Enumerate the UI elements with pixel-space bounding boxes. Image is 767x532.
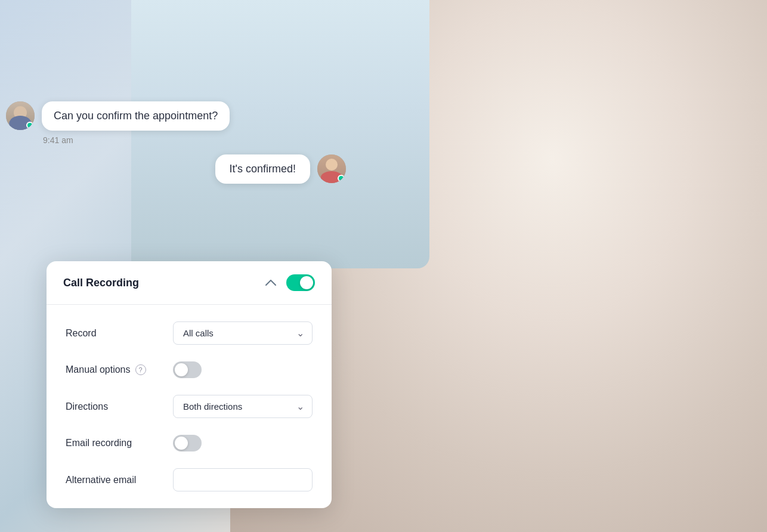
directions-select[interactable]: Both directions Inbound only Outbound on… <box>173 395 313 418</box>
message-timestamp: 9:41 am <box>43 135 382 145</box>
call-recording-toggle[interactable] <box>286 274 315 291</box>
outgoing-message-text: It's confirmed! <box>230 163 296 175</box>
email-recording-label: Email recording <box>66 438 173 449</box>
outgoing-bubble: It's confirmed! <box>215 154 310 184</box>
outgoing-message-row: It's confirmed! <box>0 154 346 184</box>
email-recording-control <box>173 435 313 451</box>
call-recording-panel: Call Recording Record All calls In <box>47 261 332 508</box>
record-control: All calls Inbound calls Outbound calls N… <box>173 321 313 345</box>
alternative-email-input[interactable] <box>173 468 313 491</box>
toggle-knob <box>300 276 313 289</box>
panel-header-controls <box>265 274 315 291</box>
chat-area: Can you confirm the appointment? 9:41 am… <box>0 101 382 184</box>
record-label: Record <box>66 328 173 339</box>
email-recording-toggle[interactable] <box>173 435 202 451</box>
manual-options-toggle[interactable] <box>173 361 202 378</box>
record-select-wrapper: All calls Inbound calls Outbound calls N… <box>173 321 313 345</box>
panel-header: Call Recording <box>47 261 332 305</box>
online-indicator <box>26 122 33 129</box>
email-toggle-knob <box>175 437 188 450</box>
directions-select-wrapper: Both directions Inbound only Outbound on… <box>173 395 313 418</box>
manual-options-row: Manual options ? <box>66 361 313 378</box>
email-recording-row: Email recording <box>66 435 313 451</box>
manual-options-label: Manual options ? <box>66 364 173 375</box>
online-indicator-2 <box>338 175 345 182</box>
collapse-button[interactable] <box>265 277 277 289</box>
receiver-avatar <box>317 154 346 183</box>
incoming-message-text: Can you confirm the appointment? <box>54 110 218 122</box>
directions-label: Directions <box>66 401 173 412</box>
panel-title: Call Recording <box>63 277 139 289</box>
incoming-message-row: Can you confirm the appointment? <box>6 101 382 131</box>
manual-toggle-knob <box>175 363 188 376</box>
alternative-email-control <box>173 468 313 491</box>
manual-options-control <box>173 361 313 378</box>
manual-options-help-icon[interactable]: ? <box>135 364 146 375</box>
panel-body: Record All calls Inbound calls Outbound … <box>47 305 332 508</box>
sender-avatar <box>6 101 35 130</box>
incoming-bubble: Can you confirm the appointment? <box>42 101 230 131</box>
directions-control: Both directions Inbound only Outbound on… <box>173 395 313 418</box>
record-select[interactable]: All calls Inbound calls Outbound calls N… <box>173 321 313 345</box>
record-row: Record All calls Inbound calls Outbound … <box>66 321 313 345</box>
directions-row: Directions Both directions Inbound only … <box>66 395 313 418</box>
alternative-email-label: Alternative email <box>66 475 173 485</box>
alternative-email-row: Alternative email <box>66 468 313 491</box>
